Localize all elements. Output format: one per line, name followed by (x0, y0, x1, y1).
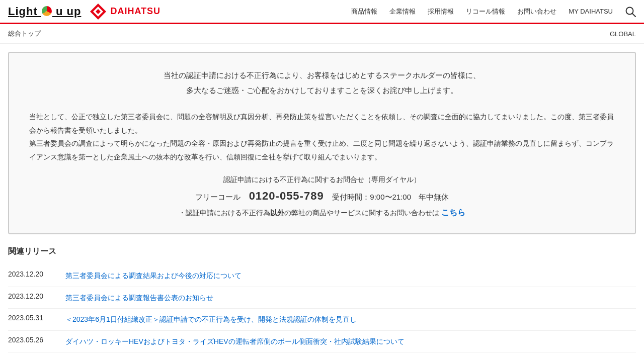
release-date-1: 2023.12.20 (8, 292, 53, 300)
notice-link-suffix: の弊社の商品やサービスに関するお問い合わせは (284, 209, 439, 217)
release-link-2[interactable]: ＜2023年6月1日付組織改正＞認証申請での不正行為を受け、開発と法規認証の体制… (65, 314, 357, 325)
notice-box: 当社の認証申請における不正行為により、お客様をはじめとするステークホルダーの皆様… (8, 52, 636, 234)
notice-line1: 当社の認証申請における不正行為により、お客様をはじめとするステークホルダーの皆様… (29, 68, 615, 83)
logo-circle-icon (42, 6, 52, 16)
phone-number: 0120-055-789 (249, 190, 324, 202)
release-link-0[interactable]: 第三者委員会による調査結果および今後の対応について (65, 270, 242, 281)
daihatsu-brand-name: DAIHATSU (110, 6, 160, 17)
notice-link-here[interactable]: こちら (441, 208, 465, 217)
notice-body: 当社として、公正で独立した第三者委員会に、問題の全容解明及び真因分析、再発防止策… (29, 110, 615, 163)
main-content: 当社の認証申請における不正行為により、お客様をはじめとするステークホルダーの皆様… (0, 44, 644, 360)
notice-hours: 受付時間：9:00〜21:00 年中無休 (332, 193, 449, 201)
notice-body-p2: 第三者委員会の調査によって明らかになった問題の全容・原因および再発防止の提言を重… (29, 137, 615, 163)
search-icon[interactable] (625, 6, 636, 17)
notice-line2: 多大なるご迷惑・ご心配をおかけしておりますことを深くお詫び申し上げます。 (29, 83, 615, 98)
nav-recall[interactable]: リコール情報 (466, 7, 505, 16)
related-title: 関連リリース (8, 246, 636, 259)
site-header: Light u up DAIHATSU 商品情報 企業情報 採用情報 リコール情… (0, 0, 644, 24)
release-link-1[interactable]: 第三者委員会による調査報告書公表のお知らせ (65, 292, 213, 303)
release-item-1: 2023.12.20 第三者委員会による調査報告書公表のお知らせ (8, 287, 636, 309)
header-left: Light u up DAIHATSU (8, 3, 160, 21)
breadcrumb-global[interactable]: GLOBAL (610, 30, 636, 38)
release-item-0: 2023.12.20 第三者委員会による調査結果および今後の対応について (8, 265, 636, 287)
notice-link-row: ・認証申請における不正行為以外の弊社の商品やサービスに関するお問い合わせは こち… (29, 208, 615, 218)
nav-recruitment[interactable]: 採用情報 (428, 7, 454, 16)
nav-contact[interactable]: お問い合わせ (517, 7, 556, 16)
notice-body-p1: 当社として、公正で独立した第三者委員会に、問題の全容解明及び真因分析、再発防止策… (29, 110, 615, 137)
breadcrumb-home[interactable]: 総合トップ (8, 29, 41, 38)
release-link-3[interactable]: ダイハツ・ロッキーHEVおよびトヨタ・ライズHEVの運転者席側のポール側面衝突・… (65, 336, 405, 347)
logo-light-you-up[interactable]: Light u up (8, 5, 81, 18)
nav-my-daihatsu[interactable]: MY DAIHATSU (569, 8, 613, 15)
daihatsu-emblem-icon (89, 3, 107, 21)
notice-apology: 当社の認証申請における不正行為により、お客様をはじめとするステークホルダーの皆様… (29, 68, 615, 98)
release-item-3: 2023.05.26 ダイハツ・ロッキーHEVおよびトヨタ・ライズHEVの運転者… (8, 331, 636, 352)
notice-phone-row: フリーコール 0120-055-789 受付時間：9:00〜21:00 年中無休 (29, 190, 615, 203)
main-nav: 商品情報 企業情報 採用情報 リコール情報 お問い合わせ MY DAIHATSU (351, 6, 636, 17)
svg-line-4 (632, 14, 635, 17)
release-item-2: 2023.05.31 ＜2023年6月1日付組織改正＞認証申請での不正行為を受け… (8, 309, 636, 330)
notice-link-prefix: ・認証申請における不正行為 (179, 209, 270, 217)
nav-company[interactable]: 企業情報 (389, 7, 416, 16)
notice-link-bold: 以外 (270, 209, 284, 217)
related-releases: 関連リリース 2023.12.20 第三者委員会による調査結果および今後の対応に… (8, 246, 636, 352)
release-date-3: 2023.05.26 (8, 336, 53, 344)
free-call-label: フリーコール (195, 193, 240, 201)
release-date-0: 2023.12.20 (8, 270, 53, 278)
daihatsu-logo[interactable]: DAIHATSU (89, 3, 160, 21)
release-date-2: 2023.05.31 (8, 314, 53, 322)
breadcrumb: 総合トップ GLOBAL (0, 24, 644, 44)
nav-products[interactable]: 商品情報 (351, 7, 377, 16)
notice-contact: 認証申請における不正行為に関するお問合せ（専用ダイヤル） フリーコール 0120… (29, 175, 615, 218)
notice-contact-title: 認証申請における不正行為に関するお問合せ（専用ダイヤル） (29, 175, 615, 185)
